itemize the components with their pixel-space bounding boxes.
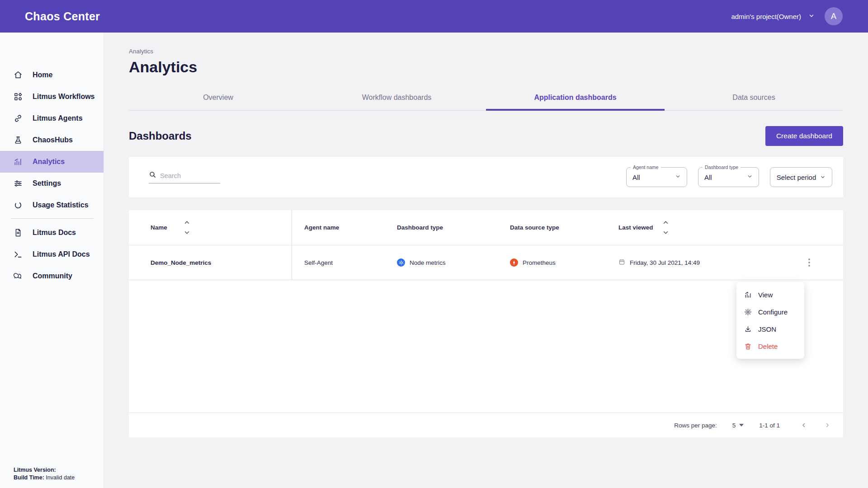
- menu-item-configure[interactable]: Configure: [736, 303, 804, 320]
- rows-per-page-value: 5: [732, 422, 736, 429]
- gear-icon: [744, 308, 752, 316]
- agent-name-select[interactable]: Agent name All: [626, 167, 687, 187]
- search-input[interactable]: [160, 172, 214, 179]
- project-selector-label: admin's project(Owner): [731, 13, 801, 20]
- column-header-last-viewed: Last viewed: [606, 221, 775, 234]
- column-header-dashboard-type: Dashboard type: [384, 224, 497, 231]
- dashboards-heading: Dashboards: [129, 130, 192, 142]
- row-context-menu: View Configure JSON Delete: [736, 282, 804, 359]
- chevron-right-icon: [824, 422, 830, 428]
- pagination-range: 1-1 of 1: [759, 422, 780, 429]
- column-header-data-source-type: Data source type: [497, 224, 606, 231]
- menu-item-view[interactable]: View: [736, 286, 804, 303]
- chevron-down-icon: [820, 174, 826, 181]
- build-time-label: Build Time:: [14, 474, 44, 481]
- sidebar-item-label: Litmus Agents: [33, 114, 83, 122]
- table-row[interactable]: Demo_Node_metrics Self-Agent Node metric…: [129, 245, 843, 280]
- table-header-row: Name Agent name Dashboard type Data sour…: [129, 210, 843, 245]
- sidebar-item-analytics[interactable]: Analytics: [0, 151, 104, 173]
- menu-item-label: JSON: [758, 325, 776, 333]
- chevron-down-icon: [808, 13, 815, 20]
- pagination-controls: [798, 419, 833, 431]
- next-page-button[interactable]: [821, 419, 833, 431]
- menu-item-label: Delete: [758, 343, 778, 350]
- select-period-label: Select period: [777, 174, 816, 181]
- build-time-value: Invalid date: [46, 474, 75, 481]
- search-box: [149, 171, 220, 183]
- bar-chart-icon: [14, 157, 23, 166]
- usage-ring-icon: [14, 201, 23, 210]
- page-title: Analytics: [129, 58, 843, 76]
- sidebar-item-label: Home: [33, 71, 52, 79]
- project-selector[interactable]: admin's project(Owner): [731, 13, 815, 20]
- kebab-menu-button[interactable]: [805, 255, 814, 270]
- avatar[interactable]: A: [825, 7, 843, 25]
- top-bar: Chaos Center admin's project(Owner) A: [0, 0, 868, 33]
- row-name: Demo_Node_metrics: [129, 259, 292, 266]
- column-header-agent-name: Agent name: [292, 224, 384, 231]
- sidebar-item-label: Litmus API Docs: [33, 250, 90, 258]
- menu-item-label: Configure: [758, 308, 788, 316]
- dashboards-section-header: Dashboards Create dashboard: [129, 126, 843, 146]
- chat-bubbles-icon: [14, 272, 23, 281]
- dashboard-type-select-label: Dashboard type: [703, 164, 741, 170]
- tab-data-sources[interactable]: Data sources: [665, 88, 843, 111]
- sidebar-item-litmus-agents[interactable]: Litmus Agents: [0, 108, 104, 129]
- main-content: Analytics Analytics Overview Workflow da…: [104, 33, 868, 488]
- sidebar-item-litmus-docs[interactable]: Litmus Docs: [0, 222, 104, 244]
- sort-asc-icon: [663, 221, 668, 224]
- rows-per-page-select[interactable]: 5: [732, 422, 744, 429]
- chaos-center-app: Chaos Center admin's project(Owner) A Ho…: [0, 0, 868, 488]
- download-icon: [744, 325, 752, 333]
- chevron-down-icon: [675, 173, 681, 181]
- sidebar-divider: [11, 218, 94, 219]
- chevron-left-icon: [801, 422, 807, 428]
- sort-name-control[interactable]: [184, 221, 189, 234]
- flask-icon: [14, 136, 23, 145]
- avatar-initial: A: [831, 12, 836, 21]
- tab-bar: Overview Workflow dashboards Application…: [129, 88, 843, 111]
- row-agent-name: Self-Agent: [292, 259, 384, 266]
- previous-page-button[interactable]: [798, 419, 810, 431]
- sidebar-item-label: ChaosHubs: [33, 136, 73, 144]
- filter-controls: Agent name All Dashboard type All Select…: [626, 167, 832, 187]
- tab-overview[interactable]: Overview: [129, 88, 307, 111]
- search-icon: [149, 171, 156, 180]
- tab-workflow-dashboards[interactable]: Workflow dashboards: [307, 88, 486, 111]
- topbar-right: admin's project(Owner) A: [731, 7, 843, 25]
- sidebar-item-label: Usage Statistics: [33, 201, 89, 209]
- calendar-icon: [618, 258, 625, 267]
- name-column-divider: [292, 210, 292, 280]
- sort-last-viewed-control[interactable]: [663, 221, 668, 234]
- app-title: Chaos Center: [25, 10, 100, 23]
- sidebar-item-litmus-workflows[interactable]: Litmus Workflows: [0, 86, 104, 108]
- dashboard-type-select-value: All: [704, 174, 712, 181]
- row-dashboard-type: Node metrics: [384, 258, 497, 267]
- menu-item-delete[interactable]: Delete: [736, 338, 804, 355]
- prometheus-icon: [510, 258, 518, 267]
- sidebar-item-community[interactable]: Community: [0, 265, 104, 287]
- litmus-version-label: Litmus Version:: [14, 467, 56, 473]
- sort-desc-icon: [663, 231, 668, 234]
- menu-item-json[interactable]: JSON: [736, 320, 804, 338]
- sidebar-item-usage-statistics[interactable]: Usage Statistics: [0, 194, 104, 216]
- create-dashboard-button[interactable]: Create dashboard: [765, 126, 843, 146]
- pagination-bar: Rows per page: 5 1-1 of 1: [129, 413, 843, 437]
- select-period-button[interactable]: Select period: [770, 167, 832, 187]
- view-chart-icon: [744, 291, 752, 299]
- sidebar-item-label: Community: [33, 272, 72, 280]
- sidebar-item-litmus-api-docs[interactable]: Litmus API Docs: [0, 244, 104, 265]
- sidebar-item-settings[interactable]: Settings: [0, 173, 104, 194]
- sidebar-item-home[interactable]: Home: [0, 64, 104, 86]
- dashboard-type-select[interactable]: Dashboard type All: [698, 167, 759, 187]
- sidebar-item-label: Settings: [33, 179, 61, 188]
- tab-application-dashboards[interactable]: Application dashboards: [486, 88, 665, 111]
- agents-link-icon: [14, 114, 23, 123]
- sidebar: Home Litmus Workflows Litmus Agents Chao…: [0, 33, 104, 488]
- trash-icon: [744, 343, 752, 350]
- sort-desc-icon: [184, 231, 189, 234]
- dashboards-table: Name Agent name Dashboard type Data sour…: [129, 210, 843, 437]
- sidebar-item-label: Litmus Docs: [33, 229, 76, 237]
- document-icon: [14, 228, 23, 237]
- sidebar-item-chaoshubs[interactable]: ChaosHubs: [0, 129, 104, 151]
